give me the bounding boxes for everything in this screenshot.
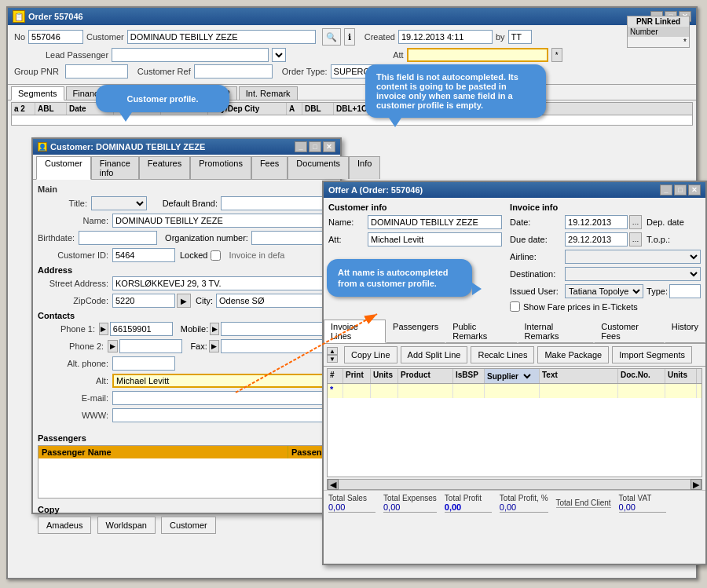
customer-maximize-btn[interactable]: □	[309, 141, 321, 152]
lead-passenger-input[interactable]	[112, 48, 269, 62]
main-window: 📋 Order 557046 _ □ ✕ No Customer 🔍 ℹ Cre…	[6, 6, 698, 579]
phone2-row: Phone 2: ▶ Fax: ▶	[38, 339, 335, 353]
customer-name-field[interactable]	[112, 214, 335, 228]
cust-tab-info[interactable]: Info	[349, 156, 380, 179]
show-fare-checkbox[interactable]	[510, 301, 520, 312]
worldspan-button[interactable]: Worldspan	[97, 517, 156, 534]
cust-tab-finance[interactable]: Finance info	[91, 156, 139, 179]
search-button[interactable]: 🔍	[322, 28, 341, 46]
inv-tab-passengers[interactable]: Passengers	[386, 320, 445, 343]
offer-name-input[interactable]	[368, 215, 502, 229]
offer-minimize-btn[interactable]: _	[660, 184, 672, 195]
tab-segments[interactable]: Segments	[11, 86, 64, 100]
invoice-date-input[interactable]	[565, 215, 628, 229]
inv-tab-internal-remarks[interactable]: Internal Remarks	[518, 320, 595, 343]
invoice-date-label: Date:	[510, 217, 565, 227]
inv-tab-lines[interactable]: Invoice Lines	[324, 320, 386, 343]
supplier-filter-select[interactable]	[521, 371, 533, 382]
scroll-up-btn[interactable]: ▲	[327, 347, 338, 355]
new-row-asterisk: *	[328, 384, 343, 398]
passengers-label: Passengers	[38, 433, 335, 443]
customer-id-input[interactable]	[112, 248, 175, 262]
mobile-btn[interactable]: ▶	[210, 323, 219, 335]
lead-passenger-label: Lead Passenger	[46, 50, 108, 60]
invoice-col-units2: Units	[665, 369, 697, 383]
cust-tab-fees[interactable]: Fees	[251, 156, 288, 179]
amadeus-button[interactable]: Amadeus	[38, 517, 91, 534]
add-split-button[interactable]: Add Split Line	[401, 346, 468, 363]
type-input[interactable]	[669, 284, 701, 298]
inv-tab-public-remarks[interactable]: Public Remarks	[445, 320, 517, 343]
info-button[interactable]: ℹ	[344, 28, 355, 46]
tab-int-remarks[interactable]: Int. Remark	[239, 86, 298, 100]
fax-input[interactable]	[221, 339, 335, 353]
city-input[interactable]	[216, 294, 335, 308]
cust-tab-customer[interactable]: Customer	[36, 156, 91, 180]
scroll-down-btn[interactable]: ▼	[327, 355, 338, 363]
callout-att: This field is not autocompleted. Its con…	[365, 64, 546, 118]
callout-att-text: This field is not autocompleted. Its con…	[376, 72, 518, 110]
copy-line-button[interactable]: Copy Line	[344, 346, 397, 363]
invoice-col-print: Print	[343, 369, 371, 383]
scroll-left-btn[interactable]: ◀	[328, 479, 339, 490]
fax-btn[interactable]: ▶	[209, 340, 219, 352]
inv-tab-customer-fees[interactable]: Customer Fees	[594, 320, 665, 343]
scroll-right-btn[interactable]: ▶	[691, 479, 702, 490]
default-brand-input[interactable]	[221, 196, 335, 210]
offer-close-btn[interactable]: ✕	[688, 184, 701, 195]
www-input[interactable]	[112, 408, 335, 422]
mobile-label: Mobile:	[181, 324, 208, 334]
email-input[interactable]	[112, 391, 335, 405]
recalc-lines-button[interactable]: Recalc Lines	[471, 346, 534, 363]
inv-tab-history[interactable]: History	[665, 320, 705, 343]
show-fare-label: Show Fare prices in E-Tickets	[523, 302, 638, 312]
title-field-label: Title:	[38, 199, 87, 208]
att-asterisk-btn[interactable]: *	[551, 48, 562, 62]
title-field-row: Title: Default Brand:	[38, 196, 335, 210]
customer-name-input[interactable]	[127, 30, 316, 44]
street-input[interactable]	[112, 276, 335, 290]
customer-copy-button[interactable]: Customer	[161, 517, 216, 534]
new-row-units2	[665, 384, 697, 398]
zipcode-lookup-btn[interactable]: ▶	[177, 294, 191, 308]
make-package-button[interactable]: Make Package	[537, 346, 609, 363]
airline-select[interactable]	[565, 250, 701, 264]
cust-tab-promotions[interactable]: Promotions	[190, 156, 251, 179]
att-main-input[interactable]	[407, 48, 548, 62]
customer-ref-input[interactable]	[194, 64, 273, 79]
locked-checkbox[interactable]	[211, 250, 221, 261]
date-picker-btn[interactable]: …	[629, 215, 642, 229]
customer-minimize-btn[interactable]: _	[295, 141, 307, 152]
cust-tab-documents[interactable]: Documents	[288, 156, 349, 179]
issued-user-select[interactable]: Tatiana Topolye	[565, 284, 643, 298]
phone1-btn[interactable]: ▶	[99, 323, 108, 335]
total-sales-value: 0,00	[328, 502, 375, 513]
birthdate-input[interactable]	[79, 231, 157, 245]
alt-phone-input[interactable]	[112, 356, 175, 371]
street-label: Street Address:	[38, 279, 108, 288]
offer-att-input[interactable]	[368, 232, 502, 247]
zipcode-input[interactable]	[112, 294, 175, 308]
alt-phone-row: Alt. phone:	[38, 356, 335, 371]
cust-tab-features[interactable]: Features	[139, 156, 190, 179]
import-segments-button[interactable]: Import Segments	[612, 346, 692, 363]
alt-phone-label: Alt. phone:	[38, 359, 108, 368]
destination-select[interactable]	[565, 267, 701, 281]
offer-att-label: Att:	[328, 235, 368, 244]
order-no-input[interactable]	[28, 30, 83, 44]
title-select[interactable]	[91, 196, 147, 210]
due-date-picker-btn[interactable]: …	[629, 232, 642, 247]
callout-autocomplete: Att name is autocompleted from a custome…	[327, 259, 472, 297]
offer-maximize-btn[interactable]: □	[674, 184, 687, 195]
phone2-btn[interactable]: ▶	[108, 340, 118, 352]
phone2-input[interactable]	[119, 339, 182, 353]
mobile-input[interactable]	[221, 322, 335, 336]
phone1-input[interactable]	[110, 322, 173, 336]
group-pnr-input[interactable]	[65, 64, 128, 79]
h-scrollbar[interactable]: ◀ ▶	[327, 479, 702, 490]
alt-customer-input[interactable]	[112, 374, 335, 388]
lead-passenger-select[interactable]	[272, 48, 286, 62]
customer-close-btn[interactable]: ✕	[323, 141, 335, 152]
total-sales-item: Total Sales 0,00	[328, 494, 375, 513]
due-date-input[interactable]	[565, 232, 628, 247]
